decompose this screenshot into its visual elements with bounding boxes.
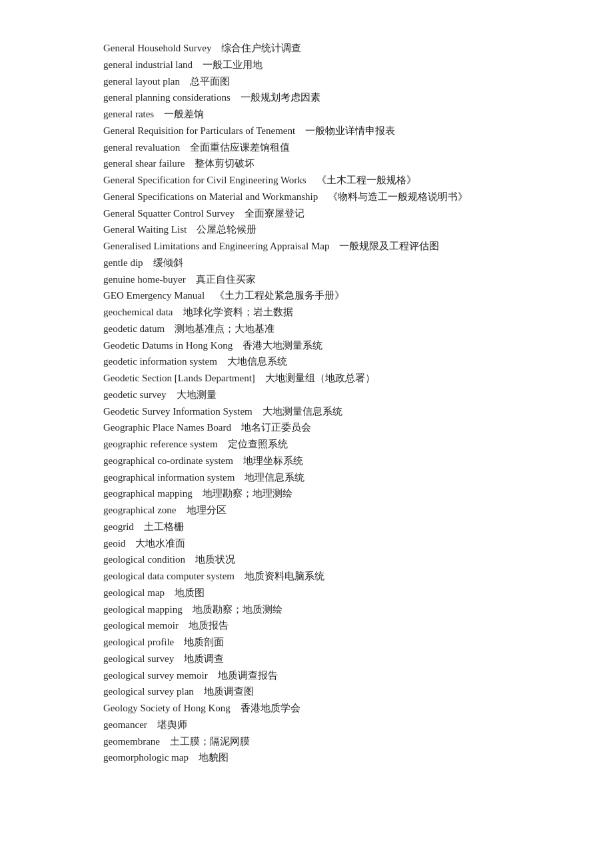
list-item: Geographic Place Names Board 地名订正委员会 <box>103 419 510 436</box>
list-item: general rates 一般差饷 <box>103 106 510 123</box>
list-item: geological survey 地质调查 <box>103 651 510 667</box>
list-item: geological survey plan 地质调查图 <box>103 683 510 700</box>
list-item: general layout plan 总平面图 <box>103 73 510 90</box>
list-item: geological condition 地质状况 <box>103 551 510 568</box>
list-item: geological map 地质图 <box>103 585 510 601</box>
list-item: General Waiting List 公屋总轮候册 <box>103 221 510 238</box>
list-item: General Specification for Civil Engineer… <box>103 172 510 189</box>
list-item: geographical information system 地理信息系统 <box>103 469 510 486</box>
list-item: geographical co-ordinate system 地理坐标系统 <box>103 453 510 469</box>
list-item: general industrial land 一般工业用地 <box>103 57 510 73</box>
list-item: geomancer 堪舆师 <box>103 717 510 733</box>
list-item: geodetic survey 大地测量 <box>103 387 510 403</box>
list-item: Geodetic Survey Information System 大地测量信… <box>103 403 510 420</box>
list-item: geochemical data 地球化学资料；岩土数据 <box>103 304 510 321</box>
list-item: Geodetic Datums in Hong Kong 香港大地测量系统 <box>103 337 510 354</box>
list-item: General Requisition for Particulars of T… <box>103 123 510 139</box>
content-area: General Household Survey 综合住户统计调查general… <box>103 40 510 766</box>
list-item: geological memoir 地质报告 <box>103 617 510 634</box>
list-item: geodetic datum 测地基准点；大地基准 <box>103 321 510 337</box>
list-item: Geodetic Section [Lands Department] 大地测量… <box>103 370 510 387</box>
list-item: geomembrane 土工膜；隔泥网膜 <box>103 733 510 750</box>
list-item: Geology Society of Hong Kong 香港地质学会 <box>103 700 510 717</box>
list-item: geographical zone 地理分区 <box>103 502 510 519</box>
list-item: general shear failure 整体剪切破坏 <box>103 155 510 172</box>
list-item: geological data computer system 地质资料电脑系统 <box>103 568 510 585</box>
list-item: geological profile 地质剖面 <box>103 634 510 651</box>
list-item: Generalised Limitations and Engineering … <box>103 238 510 255</box>
list-item: geographical mapping 地理勘察；地理测绘 <box>103 485 510 502</box>
list-item: geomorphologic map 地貌图 <box>103 749 510 766</box>
list-item: general planning considerations 一般规划考虑因素 <box>103 89 510 106</box>
list-item: general revaluation 全面重估应课差饷租值 <box>103 139 510 156</box>
list-item: geographic reference system 定位查照系统 <box>103 436 510 453</box>
list-item: GEO Emergency Manual 《土力工程处紧急服务手册》 <box>103 287 510 304</box>
list-item: General Specifications on Material and W… <box>103 189 510 205</box>
list-item: geoid 大地水准面 <box>103 535 510 552</box>
list-item: genuine home-buyer 真正自住买家 <box>103 271 510 288</box>
list-item: General Household Survey 综合住户统计调查 <box>103 40 510 57</box>
list-item: General Squatter Control Survey 全面寮屋登记 <box>103 205 510 222</box>
list-item: gentle dip 缓倾斜 <box>103 255 510 271</box>
list-item: geological survey memoir 地质调查报告 <box>103 667 510 684</box>
list-item: geological mapping 地质勘察；地质测绘 <box>103 601 510 618</box>
list-item: geogrid 土工格栅 <box>103 519 510 535</box>
list-item: geodetic information system 大地信息系统 <box>103 353 510 370</box>
